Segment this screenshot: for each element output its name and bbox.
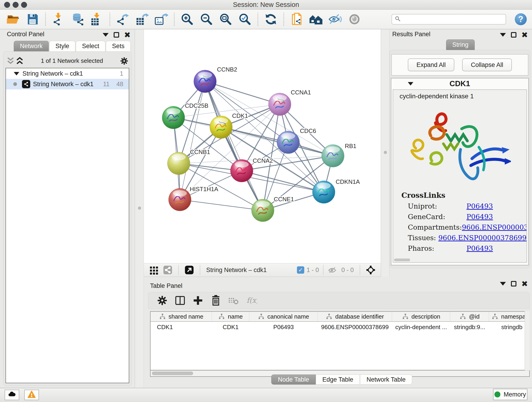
node-CCNB1[interactable] [167,152,190,175]
cloud-button[interactable] [5,390,19,400]
edge-HIST1H1A-CCNE1[interactable] [180,200,263,211]
show-columns-button[interactable] [173,294,187,307]
grid-view-icon[interactable] [149,265,159,275]
crosslink-value-link[interactable]: 9606.ENSP00000378699 [438,234,526,242]
node-CDKN1A[interactable] [312,181,335,203]
move-crosshair-icon[interactable] [366,265,376,275]
string-home-button[interactable] [308,12,323,27]
collection-expand-icon[interactable] [14,72,19,75]
tab-edge-table[interactable]: Edge Table [316,375,360,385]
close-window-button[interactable] [4,2,10,8]
node-CDK1[interactable] [210,116,232,138]
node-HIST1H1A[interactable] [169,188,191,211]
warning-button[interactable] [24,390,39,400]
column-header-namespace[interactable]: namespace [489,312,530,321]
zoom-out-button[interactable] [199,12,214,27]
export-network-button[interactable] [115,12,130,27]
tab-node-table[interactable]: Node Table [271,375,316,385]
export-image-button[interactable] [154,12,169,27]
hide-unselected-button[interactable] [328,12,343,27]
birds-eye-view-icon[interactable] [184,265,194,275]
tab-string[interactable]: String [446,39,475,50]
expand-all-networks-icon[interactable] [15,56,24,65]
export-table-button[interactable] [134,12,150,27]
import-database-button[interactable] [70,12,85,27]
crosslinks-scrollbar[interactable] [394,259,410,261]
edge-CCNB2-HIST1H1A[interactable] [180,81,205,200]
network-share-icon[interactable] [163,265,173,275]
gene-header[interactable]: CDK1 [391,78,528,89]
zoom-fit-button[interactable] [218,12,233,27]
node-CCNE1[interactable] [252,199,274,222]
node-RB1[interactable] [322,145,344,167]
column-header-database-identifier[interactable]: database identifier [318,312,392,321]
crosslink-value-link[interactable]: P06493 [467,213,493,221]
maximize-window-button[interactable] [21,2,27,8]
memory-button[interactable]: Memory [493,389,527,400]
tab-select[interactable]: Select [76,41,105,51]
tab-sets[interactable]: Sets [106,41,131,51]
expand-all-button[interactable]: Expand All [408,58,455,71]
table-panel-collapse-icon[interactable] [500,282,506,286]
control-panel-collapse-icon[interactable] [103,33,109,37]
column-header-description[interactable]: description [392,312,450,321]
crosslink-value-link[interactable]: 9606.ENSP00000378699 [462,223,527,231]
zoom-in-button[interactable] [180,12,195,27]
add-entry-button[interactable] [191,294,205,307]
column-header--id[interactable]: @id [450,312,489,321]
left-splitter-handle[interactable] [138,206,141,210]
open-session-button[interactable] [6,12,21,27]
save-session-button[interactable] [25,12,40,27]
edge-CCNA2-CDKN1A[interactable] [242,171,324,192]
selected-checkbox-icon[interactable]: ✓ [297,266,304,274]
network-options-gear-icon[interactable] [120,56,129,65]
table-panel-float-icon[interactable] [511,281,516,287]
column-header-shared-name[interactable]: shared name [151,312,212,321]
help-button[interactable]: ? [515,13,527,25]
delete-entry-button[interactable] [209,294,222,307]
import-table-button[interactable] [89,12,104,27]
preview-lens-button[interactable] [347,12,362,27]
collapse-all-networks-icon[interactable] [6,56,15,65]
import-network-button[interactable] [51,12,66,27]
right-splitter[interactable] [381,29,389,277]
node-CCNB2[interactable] [194,70,216,93]
hidden-eye-icon[interactable] [327,265,337,275]
share-document-button[interactable] [289,12,304,27]
left-splitter[interactable] [135,29,144,388]
right-splitter-handle[interactable] [384,151,387,154]
clear-entries-button[interactable] [227,294,240,307]
crosslink-value-link[interactable]: P06493 [467,244,493,252]
column-header-name[interactable]: name [212,312,249,321]
tab-style[interactable]: Style [49,41,75,51]
minimize-window-button[interactable] [13,2,19,8]
table-settings-button[interactable] [156,294,169,307]
search-input[interactable] [392,14,506,25]
node-CCNA1[interactable] [268,93,291,115]
node-CCNA2[interactable] [230,160,253,182]
zoom-selected-button[interactable] [237,12,253,27]
tab-network[interactable]: Network [14,41,49,51]
network-view-canvas[interactable]: CCNB2CCNA1CDC25BCDK1CDC6RB1CCNB1CCNA2CDK… [144,29,381,263]
node-table[interactable]: shared namenamecanonical namedatabase id… [150,311,530,370]
tab-network-table[interactable]: Network Table [360,375,412,385]
table-row[interactable]: CDK1CDK1P064939606.ENSP00000378699cyclin… [151,322,529,332]
results-panel-float-icon[interactable] [511,32,516,38]
collapse-all-button[interactable]: Collapse All [462,58,512,71]
results-panel-close-icon[interactable]: ✖ [521,32,528,38]
edge-CCNB2-CCNA1[interactable] [205,81,280,104]
table-panel-close-icon[interactable]: ✖ [521,281,528,287]
control-panel-close-icon[interactable]: ✖ [124,32,131,38]
column-header-canonical-name[interactable]: canonical name [249,312,318,321]
network-row-selected[interactable]: String Network – cdk1 11 48 [6,79,129,89]
control-panel-float-icon[interactable] [114,32,119,38]
node-CDC6[interactable] [277,131,299,153]
results-panel-collapse-icon[interactable] [500,33,506,37]
crosslink-value-link[interactable]: P06493 [467,202,493,210]
apply-function-button[interactable]: f(x) [245,294,258,307]
network-collection-row[interactable]: String Network – cdk1 1 [6,68,129,79]
node-CDC25B[interactable] [162,106,185,129]
refresh-layout-button[interactable] [263,12,278,27]
table-hscroll-thumb[interactable] [152,371,193,375]
table-vertical-scrollbar[interactable] [525,311,530,377]
